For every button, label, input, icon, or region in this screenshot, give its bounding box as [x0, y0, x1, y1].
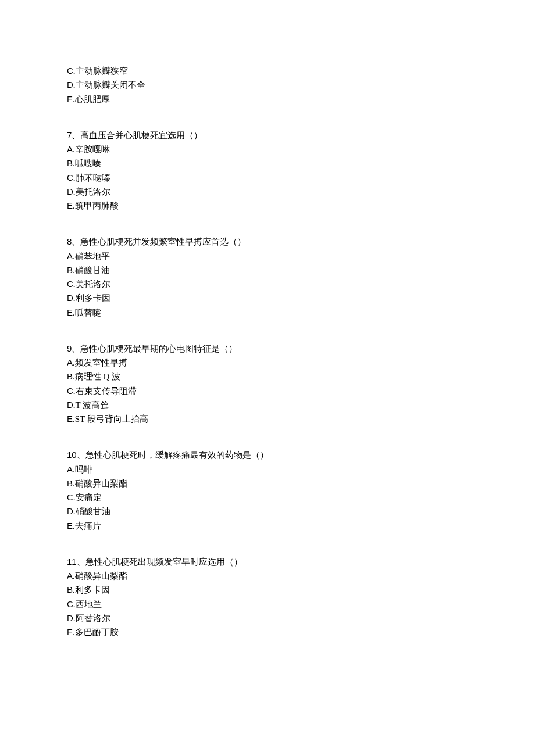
option-line: B.利多卡因	[67, 583, 468, 597]
option-line: C.右束支传导阻滞	[67, 384, 468, 398]
option-letter: E	[67, 521, 73, 531]
question-stem: 8、急性心肌梗死并发频繁室性早搏应首选（）	[67, 235, 468, 249]
question-text: 、急性心肌梗死并发频繁室性早搏应首选（）	[72, 237, 246, 246]
option-line: E.ST 段弓背向上抬高	[67, 412, 468, 426]
option-text: .呱嗖嗪	[73, 159, 101, 168]
option-line: E.去痛片	[67, 519, 468, 533]
option-text: .去痛片	[73, 521, 101, 531]
option-letter: C	[67, 492, 73, 502]
option-line: B.硝酸甘油	[67, 263, 468, 277]
option-line: A.吗啡	[67, 463, 468, 476]
option-letter: D	[67, 187, 73, 196]
option-text: .主动脉瓣关闭不全	[73, 80, 145, 89]
option-text: .安痛定	[73, 493, 102, 502]
option-letter: C	[67, 386, 73, 396]
option-text: .吗啡	[73, 465, 92, 474]
option-text: .西地兰	[73, 600, 102, 609]
option-letter: E	[67, 94, 73, 104]
question-block: 11、急性心肌梗死出现频发室早时应选用（）A.硝酸异山梨酯B.利多卡因C.西地兰…	[67, 555, 468, 640]
option-text: .肺苯哒嗪	[73, 173, 110, 182]
option-line: B.呱嗖嗪	[67, 156, 468, 170]
document-body: C.主动脉瓣狭窄D.主动脉瓣关闭不全E.心肌肥厚7、高血压合并心肌梗死宜选用（）…	[67, 64, 468, 639]
option-line: D.主动脉瓣关闭不全	[67, 78, 468, 92]
option-line: B.硝酸异山梨酯	[67, 476, 468, 490]
option-letter: C	[67, 173, 73, 182]
question-text: 、急性心肌梗死时，缓解疼痛最有效的药物是（）	[77, 450, 269, 460]
option-text: .右束支传导阻滞	[73, 386, 137, 396]
option-text: .利多卡因	[73, 293, 110, 303]
option-line: D.利多卡因	[67, 291, 468, 305]
option-letter: A	[67, 357, 73, 367]
option-line: D.T 波高耸	[67, 398, 468, 412]
option-text: .ST 段弓背向上抬高	[73, 414, 148, 424]
option-letter: B	[67, 371, 73, 381]
question-block: C.主动脉瓣狭窄D.主动脉瓣关闭不全E.心肌肥厚	[67, 64, 468, 106]
option-text: .呱替嚏	[73, 308, 101, 317]
option-letter: B	[67, 478, 73, 488]
option-line: C.美托洛尔	[67, 277, 468, 291]
option-text: .主动脉瓣狭窄	[73, 66, 128, 76]
option-line: E.筑甲丙肺酸	[67, 199, 468, 213]
option-letter: A	[67, 571, 73, 581]
option-letter: E	[67, 627, 73, 637]
option-text: .硝酸甘油	[73, 507, 110, 516]
option-line: C.西地兰	[67, 597, 468, 611]
question-block: 9、急性心肌梗死最早期的心电图特征是（）A.频发室性早搏B.病理性 Q 波C.右…	[67, 342, 468, 427]
option-letter: E	[67, 200, 73, 210]
option-text: .多巴酚丁胺	[73, 628, 119, 637]
option-text: .频发室性早搏	[73, 358, 127, 367]
option-text: .硝酸甘油	[73, 266, 110, 275]
option-line: B.病理性 Q 波	[67, 370, 468, 384]
question-stem: 9、急性心肌梗死最早期的心电图特征是（）	[67, 342, 468, 356]
option-letter: D	[67, 400, 73, 410]
question-text: 、急性心肌梗死出现频发室早时应选用（）	[77, 557, 242, 567]
question-text: 、高血压合并心肌梗死宜选用（）	[72, 131, 202, 140]
question-number: 10	[67, 450, 77, 460]
option-text: .辛胺嘎啉	[73, 145, 110, 154]
option-letter: B	[67, 585, 73, 594]
option-letter: B	[67, 265, 73, 275]
option-text: .美托洛尔	[73, 187, 110, 196]
option-text: .美托洛尔	[73, 280, 110, 289]
option-line: A.辛胺嘎啉	[67, 142, 468, 156]
option-line: A.频发室性早搏	[67, 356, 468, 370]
option-text: .硝酸异山梨酯	[73, 571, 127, 581]
question-stem: 11、急性心肌梗死出现频发室早时应选用（）	[67, 555, 468, 569]
question-block: 7、高血压合并心肌梗死宜选用（）A.辛胺嘎啉B.呱嗖嗪C.肺苯哒嗪D.美托洛尔E…	[67, 128, 468, 213]
question-stem: 10、急性心肌梗死时，缓解疼痛最有效的药物是（）	[67, 448, 468, 462]
option-letter: A	[67, 251, 73, 261]
option-text: .硝酸异山梨酯	[73, 479, 127, 488]
option-line: D.阿替洛尔	[67, 611, 468, 625]
option-letter: E	[67, 307, 73, 317]
option-text: .阿替洛尔	[73, 614, 110, 623]
option-letter: C	[67, 66, 73, 76]
question-text: 、急性心肌梗死最早期的心电图特征是（）	[72, 344, 237, 353]
option-text: .筑甲丙肺酸	[73, 201, 119, 210]
option-letter: E	[67, 414, 73, 424]
option-line: D.硝酸甘油	[67, 504, 468, 518]
option-line: E.多巴酚丁胺	[67, 625, 468, 639]
option-line: C.主动脉瓣狭窄	[67, 64, 468, 78]
option-letter: D	[67, 80, 73, 89]
question-stem: 7、高血压合并心肌梗死宜选用（）	[67, 128, 468, 142]
option-line: A.硝酸异山梨酯	[67, 569, 468, 583]
option-line: C.安痛定	[67, 490, 468, 504]
option-letter: D	[67, 613, 73, 623]
option-line: C.肺苯哒嗪	[67, 171, 468, 185]
option-line: E.呱替嚏	[67, 306, 468, 320]
option-line: A.硝苯地平	[67, 249, 468, 263]
option-text: .利多卡因	[73, 585, 110, 594]
option-text: .硝苯地平	[73, 252, 110, 261]
option-text: .病理性 Q 波	[73, 372, 120, 381]
option-letter: C	[67, 279, 73, 289]
option-letter: D	[67, 506, 73, 516]
option-letter: D	[67, 293, 73, 303]
option-text: .T 波高耸	[73, 400, 109, 410]
question-block: 10、急性心肌梗死时，缓解疼痛最有效的药物是（）A.吗啡B.硝酸异山梨酯C.安痛…	[67, 448, 468, 533]
option-letter: C	[67, 599, 73, 609]
question-number: 11	[67, 557, 77, 567]
question-block: 8、急性心肌梗死并发频繁室性早搏应首选（）A.硝苯地平B.硝酸甘油C.美托洛尔D…	[67, 235, 468, 320]
option-line: D.美托洛尔	[67, 185, 468, 199]
option-letter: A	[67, 144, 73, 154]
option-line: E.心肌肥厚	[67, 92, 468, 106]
